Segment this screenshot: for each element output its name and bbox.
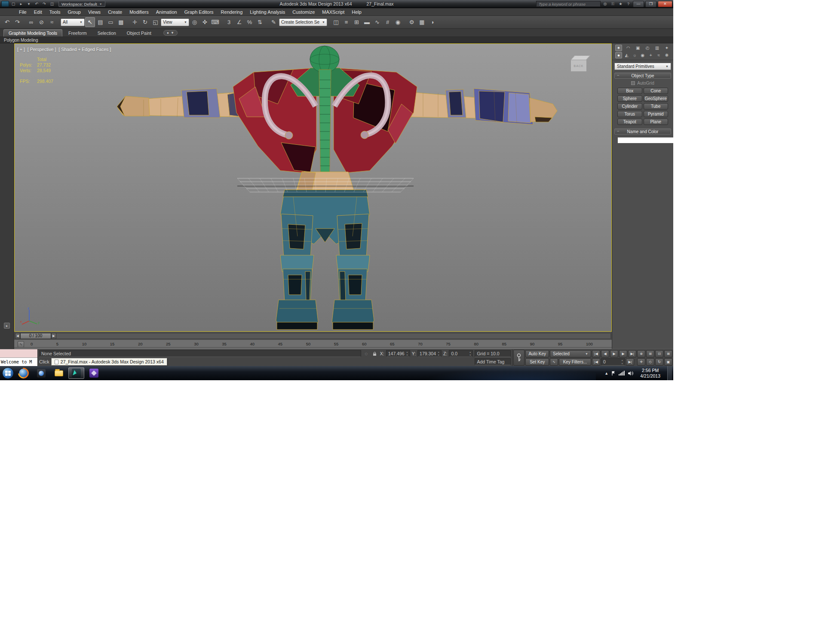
menu-lighting-analysis[interactable]: Lighting Analysis: [246, 9, 288, 15]
select-and-move-icon[interactable]: ✛: [130, 17, 140, 27]
set-key-button[interactable]: Set Key: [525, 358, 549, 366]
menu-maxscript[interactable]: MAXScript: [319, 9, 348, 15]
menu-file[interactable]: File: [15, 9, 30, 15]
spinner-snap-icon[interactable]: ⇅: [255, 17, 265, 27]
viewport-shading-menu[interactable]: [ Shaded + Edged Faces ]: [58, 47, 111, 52]
angle-snap-icon[interactable]: ∠: [234, 17, 244, 27]
play-animation-icon[interactable]: ▶: [610, 350, 618, 357]
media-player-icon[interactable]: [33, 367, 49, 379]
object-type-rollout-header[interactable]: − Object Type: [614, 73, 671, 79]
viewport-pov-menu[interactable]: [ Perspective ]: [28, 47, 56, 52]
save-file-icon[interactable]: ▾: [25, 1, 32, 7]
select-by-name-icon[interactable]: ▤: [95, 17, 105, 27]
zoom-all-icon[interactable]: ⊞: [646, 350, 654, 357]
perspective-viewport[interactable]: [ + ] [ Perspective ] [ Shaded + Edged F…: [14, 43, 612, 332]
tab-hierarchy-icon[interactable]: ▣: [635, 45, 641, 51]
align-icon[interactable]: ≡: [341, 17, 351, 27]
volume-icon[interactable]: [628, 371, 633, 376]
redo-icon[interactable]: ↷: [12, 17, 22, 27]
pyramid-button[interactable]: Pyramid: [644, 111, 669, 117]
new-scene-icon[interactable]: ▢: [10, 1, 17, 7]
viewport-general-menu[interactable]: [ + ]: [17, 47, 25, 52]
project-folder-icon[interactable]: ◫: [49, 1, 55, 7]
render-production-icon[interactable]: ◑: [427, 17, 437, 27]
systems-category-icon[interactable]: ❋: [663, 52, 670, 58]
tab-graphite-modeling-tools[interactable]: Graphite Modeling Tools: [3, 29, 62, 37]
next-key-icon[interactable]: ▶|: [626, 358, 634, 366]
x-coord-field[interactable]: 147.496▲▼: [386, 350, 410, 357]
tab-freeform[interactable]: Freeform: [64, 30, 92, 37]
render-setup-icon[interactable]: ⚙: [407, 17, 417, 27]
viewcube-front-face[interactable]: BACK: [570, 60, 587, 72]
lights-category-icon[interactable]: ☼: [631, 52, 638, 58]
object-name-input[interactable]: [617, 137, 673, 143]
zoom-region-icon[interactable]: ⊠: [664, 350, 672, 357]
cylinder-button[interactable]: Cylinder: [617, 103, 642, 110]
menu-edit[interactable]: Edit: [31, 9, 46, 15]
start-button[interactable]: [2, 367, 14, 379]
zoom-extents-icon[interactable]: ⊡: [655, 350, 663, 357]
keyboard-override-icon[interactable]: ⌨: [210, 17, 220, 27]
workspace-dropdown[interactable]: Workspace: Default ▼: [58, 1, 105, 7]
percent-snap-icon[interactable]: %: [245, 17, 255, 27]
macro-recorder-line[interactable]: [0, 349, 37, 358]
current-frame-field[interactable]: 0▲▼: [601, 358, 625, 366]
cameras-category-icon[interactable]: ◉: [639, 52, 646, 58]
select-and-scale-icon[interactable]: ◱: [150, 17, 160, 27]
redo-small-icon[interactable]: ↷: [41, 1, 48, 7]
helpers-category-icon[interactable]: +: [647, 52, 654, 58]
isolate-selection-icon[interactable]: ◌: [363, 350, 370, 357]
firefox-icon[interactable]: [15, 367, 31, 379]
key-mode-dropdown[interactable]: Selected▼: [550, 350, 591, 357]
go-to-end-icon[interactable]: ▶|: [628, 350, 636, 357]
tab-selection[interactable]: Selection: [93, 30, 121, 37]
show-desktop-button[interactable]: [667, 366, 672, 380]
explorer-folder-icon[interactable]: [51, 367, 67, 379]
subscription-icon[interactable]: ⚿: [610, 1, 616, 7]
time-slider[interactable]: ◀ 0 / 100 ▶: [14, 332, 612, 339]
selection-lock-icon[interactable]: [371, 350, 378, 357]
application-menu-icon[interactable]: [1, 1, 9, 7]
shapes-category-icon[interactable]: ◭: [623, 52, 630, 58]
select-and-link-icon[interactable]: ∞: [26, 17, 36, 27]
field-of-view-icon[interactable]: ◇: [646, 358, 654, 366]
torus-button[interactable]: Torus: [617, 111, 642, 117]
infocenter-search-input[interactable]: [536, 1, 601, 7]
pan-icon[interactable]: ✛: [637, 358, 645, 366]
ribbon-toggle-icon[interactable]: ▬: [362, 17, 372, 27]
set-keys-button[interactable]: [513, 350, 524, 366]
menu-create[interactable]: Create: [104, 9, 126, 15]
curve-editor-icon[interactable]: ∿: [372, 17, 382, 27]
maxscript-mini-listener[interactable]: Welcome to M: [0, 349, 38, 366]
mini-curve-editor-icon[interactable]: ∿: [18, 341, 24, 348]
tab-motion-icon[interactable]: ◴: [644, 45, 651, 51]
edit-named-selections-icon[interactable]: ✎: [269, 17, 279, 27]
key-filters-button[interactable]: Key Filters...: [559, 358, 591, 366]
selection-region-icon[interactable]: ▭: [106, 17, 116, 27]
expand-panel-arrow-icon[interactable]: ▸: [4, 323, 10, 329]
bind-to-space-warp-icon[interactable]: ≈: [47, 17, 57, 27]
window-crossing-icon[interactable]: ▩: [116, 17, 126, 27]
box-button[interactable]: Box: [617, 88, 642, 94]
tab-polygon-modeling[interactable]: Polygon Modeling: [4, 38, 38, 43]
mirror-icon[interactable]: ◫: [331, 17, 341, 27]
maximize-button[interactable]: ❐: [645, 1, 656, 7]
open-file-icon[interactable]: ▸: [18, 1, 25, 7]
material-editor-icon[interactable]: ◉: [393, 17, 403, 27]
spacewarps-category-icon[interactable]: ≈: [655, 52, 662, 58]
cone-button[interactable]: Cone: [644, 88, 669, 94]
use-pivot-point-icon[interactable]: ◎: [190, 17, 199, 27]
maximize-viewport-icon[interactable]: ▣: [664, 358, 672, 366]
sphere-button[interactable]: Sphere: [617, 95, 642, 102]
taskbar-clock[interactable]: 2:56 PM 4/21/2013: [636, 368, 664, 379]
default-in-out-tangent-icon[interactable]: ∿: [550, 358, 558, 366]
go-to-start-icon[interactable]: |◀: [592, 350, 600, 357]
previous-frame-icon[interactable]: ◀: [601, 350, 609, 357]
favorites-star-icon[interactable]: ★: [617, 1, 624, 7]
rendered-frame-window-icon[interactable]: ▦: [417, 17, 427, 27]
selection-filter-dropdown[interactable]: All▼: [61, 18, 85, 26]
primitives-dropdown[interactable]: Standard Primitives ▼: [614, 63, 671, 70]
3dsmax-taskbar-icon[interactable]: [68, 367, 84, 379]
minimize-button[interactable]: —: [633, 1, 644, 7]
track-bar[interactable]: ∿ 05 1015 2025 3035 4045 5055 6065 7075 …: [14, 339, 612, 349]
